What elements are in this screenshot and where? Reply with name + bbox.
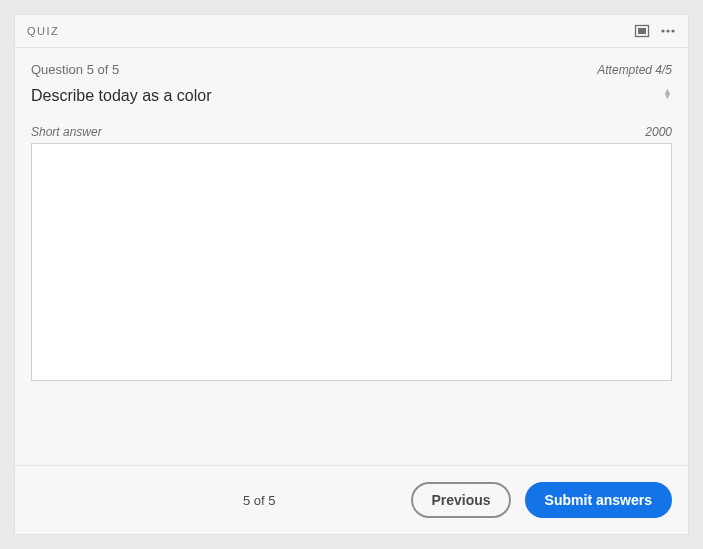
header-icons (634, 23, 676, 39)
submit-button[interactable]: Submit answers (525, 482, 672, 518)
meta-row: Question 5 of 5 Attempted 4/5 (31, 62, 672, 77)
attempted-status: Attempted 4/5 (597, 63, 672, 77)
previous-button[interactable]: Previous (411, 482, 510, 518)
more-icon[interactable] (660, 23, 676, 39)
quiz-card: QUIZ Question 5 of 5 Attempted 4/5 Descr… (14, 14, 689, 535)
question-row: Describe today as a color ▲▼ (31, 87, 672, 105)
svg-point-4 (671, 29, 674, 32)
sort-arrows-icon[interactable]: ▲▼ (663, 87, 672, 100)
question-counter: Question 5 of 5 (31, 62, 119, 77)
quiz-footer: 5 of 5 Previous Submit answers (15, 465, 688, 534)
svg-point-2 (661, 29, 664, 32)
answer-input[interactable] (31, 143, 672, 381)
answer-type-label: Short answer (31, 125, 102, 139)
quiz-title: QUIZ (27, 25, 59, 37)
fullscreen-icon[interactable] (634, 23, 650, 39)
answer-meta: Short answer 2000 (31, 125, 672, 139)
svg-point-3 (666, 29, 669, 32)
quiz-header: QUIZ (15, 15, 688, 48)
page-indicator: 5 of 5 (243, 493, 276, 508)
svg-rect-1 (638, 28, 646, 34)
char-limit: 2000 (645, 125, 672, 139)
quiz-body: Question 5 of 5 Attempted 4/5 Describe t… (15, 48, 688, 465)
question-text: Describe today as a color (31, 87, 212, 105)
